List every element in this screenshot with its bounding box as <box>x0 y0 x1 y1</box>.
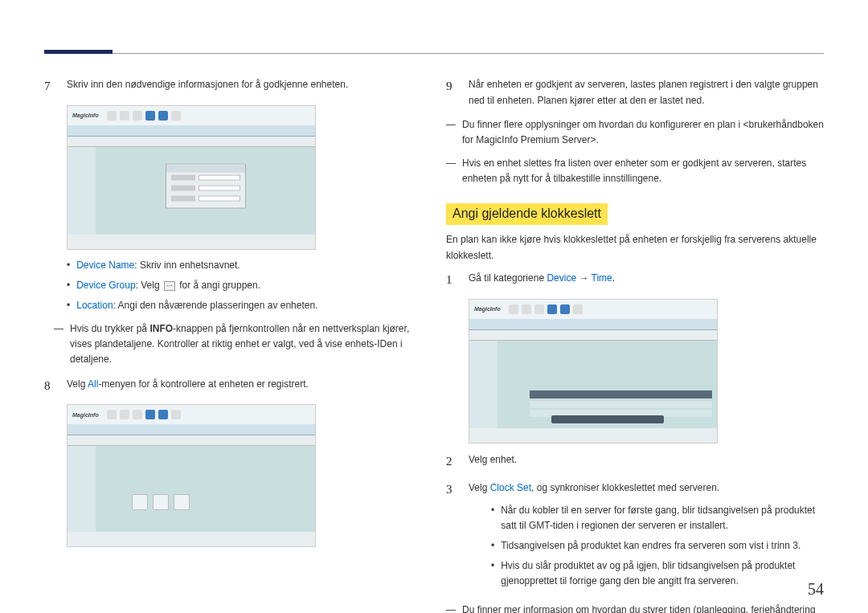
note-device-delete: ― Hvis en enhet slettes fra listen over … <box>446 156 824 186</box>
bullet-icon <box>491 558 494 589</box>
bullet-icon <box>491 538 494 554</box>
section-title: Angi gjeldende klokkeslett <box>446 203 608 225</box>
step-text: Velg enhet. <box>469 452 824 472</box>
nav-icon <box>107 410 117 419</box>
step-7: 7 Skriv inn den nødvendige informasjonen… <box>44 76 422 97</box>
page-number: 54 <box>808 580 824 599</box>
bullet-location: Location: Angi den nåværende plasseringe… <box>67 298 422 313</box>
bullet-icon <box>67 298 70 313</box>
bullet-restore-time: Hvis du slår produktet av og på igjen, b… <box>491 558 824 589</box>
keyword: Device Group <box>76 280 135 291</box>
step-number: 2 <box>446 452 457 472</box>
step-9: 9 Når enheten er godkjent av serveren, l… <box>446 76 824 109</box>
step-number: 9 <box>446 76 457 109</box>
header-accent <box>44 50 113 54</box>
left-column: 7 Skriv inn den nødvendige informasjonen… <box>44 76 422 613</box>
nav-icon <box>171 111 181 121</box>
header-divider <box>44 53 824 54</box>
nav-icon <box>133 111 142 121</box>
device-tile-icon <box>132 494 148 510</box>
nav-icon <box>547 304 557 314</box>
thumb-logo: MagicInfo <box>474 306 501 312</box>
step-number: 8 <box>44 376 55 397</box>
nav-icon <box>145 410 155 419</box>
nav-icon <box>509 304 518 314</box>
bullet-icon <box>491 503 494 533</box>
step-number: 1 <box>446 270 457 291</box>
bullet-icon <box>67 258 70 273</box>
right-column: 9 Når enheten er godkjent av serveren, l… <box>446 76 824 613</box>
screenshot-all-menu: MagicInfo <box>67 404 316 547</box>
nav-icon <box>120 410 129 419</box>
bullet-icon <box>67 278 70 293</box>
nav-icon <box>158 111 168 121</box>
nav-icon <box>120 111 129 121</box>
screenshot-device-time: MagicInfo <box>469 299 718 443</box>
note-manual-ref: ― Du finner flere opplysninger om hvorda… <box>446 117 824 148</box>
section-description: En plan kan ikke kjøre hvis klokkeslette… <box>446 231 824 264</box>
step-text: Når enheten er godkjent av serveren, las… <box>469 76 824 109</box>
ellipsis-icon <box>164 281 175 291</box>
nav-icon <box>145 111 155 121</box>
nav-icon <box>171 410 181 419</box>
thumb-logo: MagicInfo <box>72 112 99 118</box>
step-8: 8 Velg All-menyen for å kontrollere at e… <box>44 376 422 397</box>
note-info-button: ― Hvis du trykker på INFO-knappen på fje… <box>54 321 422 368</box>
step-2: 2 Velg enhet. <box>446 452 824 472</box>
nav-icon <box>522 304 531 314</box>
bullet-device-group: Device Group: Velg for å angi gruppen. <box>67 278 422 293</box>
note-time-management: ― Du finner mer informasjon om hvordan d… <box>446 603 824 613</box>
nav-icon <box>158 410 168 419</box>
screenshot-approve-device: MagicInfo <box>67 105 316 250</box>
bullet-change-time: Tidsangivelsen på produktet kan endres f… <box>491 538 824 554</box>
keyword: Device Name <box>76 260 134 271</box>
nav-icon <box>573 304 583 314</box>
approve-modal <box>166 164 246 209</box>
step-number: 3 <box>446 480 457 594</box>
step-3: 3 Velg Clock Set, og synkroniser klokkes… <box>446 480 824 594</box>
nav-icon <box>107 111 117 121</box>
nav-icon <box>560 304 570 314</box>
nav-icon <box>133 410 142 419</box>
step-number: 7 <box>44 76 55 97</box>
step-text: Skriv inn den nødvendige informasjonen f… <box>67 76 422 97</box>
bullet-device-name: Device Name: Skriv inn enhetsnavnet. <box>67 258 422 273</box>
thumb-logo: MagicInfo <box>72 412 99 418</box>
nav-icon <box>534 304 544 314</box>
bullet-gmt: Når du kobler til en server for første g… <box>491 503 824 533</box>
step-1: 1 Gå til kategoriene Device → Time. <box>446 270 824 291</box>
device-tile-icon <box>174 494 190 510</box>
keyword: Location <box>76 300 113 311</box>
device-tile-icon <box>153 494 169 510</box>
